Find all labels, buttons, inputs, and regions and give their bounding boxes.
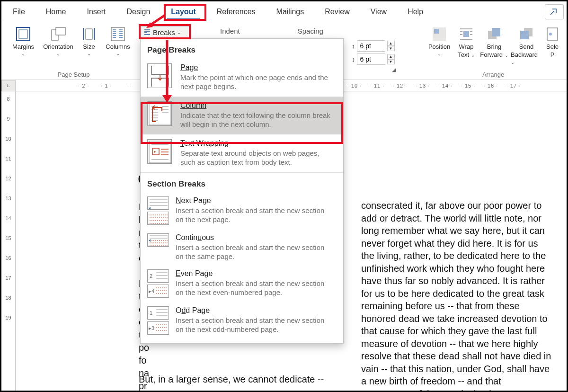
tab-home[interactable]: Home bbox=[37, 4, 75, 20]
nextpage-title: ext Page bbox=[181, 196, 211, 205]
orientation-button[interactable]: Orientation⌄ bbox=[41, 24, 75, 58]
ruler-corner: ∟ bbox=[1, 80, 16, 91]
tab-file[interactable]: File bbox=[4, 4, 34, 20]
break-column-item[interactable]: Column Indicate that the text following … bbox=[141, 97, 343, 134]
breaks-label: Breaks bbox=[153, 28, 175, 36]
ribbon-tabs: File Home Insert Design Layout Reference… bbox=[1, 1, 567, 22]
page-break-title: Page bbox=[180, 63, 198, 71]
doc-bottom-line: But, in a larger sense, we cannot dedica… bbox=[139, 374, 324, 385]
bring-forward-button[interactable]: Bring Forward ⌄ bbox=[479, 24, 510, 60]
spacing-label: Spacing bbox=[297, 24, 324, 36]
nextpage-desc: Insert a section break and start the new… bbox=[176, 206, 327, 224]
bring-label: Bring bbox=[487, 43, 501, 50]
svg-rect-12 bbox=[520, 31, 529, 39]
position-label: Position bbox=[428, 43, 450, 50]
evenpage-icon-a: 2 bbox=[147, 269, 169, 283]
continuous-desc: Insert a section break and start the new… bbox=[176, 243, 327, 261]
column-break-title: Column bbox=[180, 101, 206, 109]
page-breaks-header: Page Breaks bbox=[141, 39, 343, 59]
size-button[interactable]: Size⌄ bbox=[76, 24, 102, 58]
svg-point-14 bbox=[549, 33, 552, 36]
continuous-title: Continuous bbox=[176, 233, 214, 241]
page-break-desc: Mark the point at which one page ends an… bbox=[180, 73, 332, 91]
breaks-dropdown: Page Breaks Page Mark the point at which… bbox=[140, 38, 344, 344]
arrange-group-label: Arrange bbox=[425, 69, 562, 78]
svg-rect-1 bbox=[19, 30, 27, 38]
section-breaks-header: Section Breaks bbox=[141, 173, 343, 193]
oddpage-title: Odd Page bbox=[176, 306, 210, 314]
svg-rect-7 bbox=[434, 29, 439, 34]
svg-rect-0 bbox=[17, 27, 30, 41]
column-break-icon bbox=[147, 101, 172, 126]
orientation-label: Orientation bbox=[43, 43, 73, 50]
vertical-ruler[interactable]: 8910111213141516171819 bbox=[1, 91, 16, 392]
position-button[interactable]: Position⌄ bbox=[425, 24, 454, 58]
spacing-before-input[interactable] bbox=[357, 40, 385, 52]
oddpage-icon-b: ▸3 bbox=[147, 321, 169, 335]
nextpage-icon-a bbox=[147, 196, 169, 210]
wrap-label: Wrap bbox=[459, 43, 474, 50]
paragraph-launcher[interactable]: ◢ bbox=[349, 67, 398, 73]
svg-text:▸: ▸ bbox=[154, 149, 156, 154]
oddpage-icon-a: 1 bbox=[147, 306, 169, 320]
columns-button[interactable]: Columns⌄ bbox=[103, 24, 133, 58]
section-oddpage-item[interactable]: 1 ▸3 Odd Page Insert a section break and… bbox=[141, 303, 343, 339]
section-continuous-item[interactable]: Continuous Insert a section break and st… bbox=[141, 230, 343, 266]
page-break-icon bbox=[147, 63, 172, 88]
oddpage-desc: Insert a section break and start the new… bbox=[176, 316, 327, 334]
evenpage-icon-b: ▸4 bbox=[147, 285, 169, 298]
evenpage-desc: Insert a section break and start the new… bbox=[176, 279, 327, 297]
spacing-after-up[interactable]: ▲ bbox=[387, 54, 395, 59]
svg-rect-8 bbox=[463, 31, 469, 37]
section-evenpage-item[interactable]: 2 ▸4 Even Page Insert a section break an… bbox=[141, 266, 343, 303]
section-nextpage-item[interactable]: Next Page Insert a section break and sta… bbox=[141, 193, 343, 230]
column-break-desc: Indicate that the text following the col… bbox=[180, 111, 332, 129]
indent-label: Indent bbox=[219, 24, 241, 36]
tab-mailings[interactable]: Mailings bbox=[268, 4, 313, 20]
svg-rect-4 bbox=[86, 29, 92, 39]
size-label: Size bbox=[83, 43, 95, 50]
send-label: Send bbox=[519, 43, 533, 50]
svg-rect-10 bbox=[492, 28, 500, 36]
svg-rect-5 bbox=[111, 27, 124, 41]
selection-label: Sele bbox=[546, 43, 559, 50]
share-button[interactable] bbox=[545, 4, 564, 19]
textwrap-desc: Separate text around objects on web page… bbox=[180, 149, 332, 167]
textwrap-break-icon: ▸ bbox=[147, 139, 172, 164]
tab-design[interactable]: Design bbox=[118, 4, 159, 20]
tab-references[interactable]: References bbox=[208, 4, 264, 20]
margins-label: Margins bbox=[12, 43, 34, 50]
svg-rect-3 bbox=[56, 27, 65, 35]
spacing-after-down[interactable]: ▼ bbox=[387, 59, 395, 64]
breaks-button[interactable]: Breaks ⌄ bbox=[140, 26, 189, 38]
wrap-text-button[interactable]: Wrap Text ⌄ bbox=[454, 24, 479, 60]
send-backward-button[interactable]: Send Backward ⌄ bbox=[510, 24, 543, 67]
evenpage-title: ven Page bbox=[181, 269, 213, 277]
nextpage-icon-b bbox=[147, 212, 169, 225]
tab-view[interactable]: View bbox=[362, 4, 395, 20]
spacing-before-down[interactable]: ▼ bbox=[387, 46, 395, 51]
spacing-after-input[interactable] bbox=[357, 53, 385, 65]
break-page-item[interactable]: Page Mark the point at which one page en… bbox=[141, 59, 343, 97]
chevron-down-icon: ⌄ bbox=[177, 30, 181, 35]
tab-review[interactable]: Review bbox=[316, 4, 358, 20]
tab-help[interactable]: Help bbox=[399, 4, 432, 20]
selection-pane-button[interactable]: Sele P bbox=[543, 24, 562, 60]
break-textwrap-item[interactable]: ▸ Text Wrapping Separate text around obj… bbox=[141, 134, 343, 172]
doc-right-column: consecrated it, far above our poor power… bbox=[361, 199, 552, 392]
spacing-before-up[interactable]: ▲ bbox=[387, 41, 395, 46]
svg-rect-13 bbox=[547, 28, 558, 40]
tab-layout[interactable]: Layout bbox=[162, 4, 204, 20]
tab-insert[interactable]: Insert bbox=[78, 4, 114, 20]
textwrap-title: ext Wrapping bbox=[184, 139, 229, 147]
margins-button[interactable]: Margins⌄ bbox=[6, 24, 40, 58]
columns-label: Columns bbox=[106, 43, 130, 50]
page-setup-group-label: Page Setup bbox=[6, 69, 141, 78]
continuous-icon bbox=[147, 233, 169, 247]
